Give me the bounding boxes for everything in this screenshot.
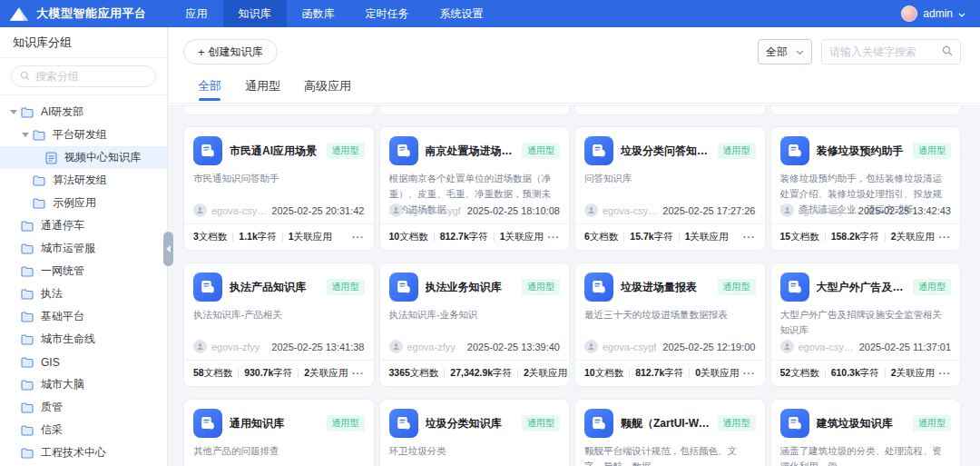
create-knowledge-base-button[interactable]: + 创建知识库 [183, 39, 278, 64]
card-title: 市民通AI应用场景 [230, 144, 323, 159]
owner-avatar-icon [389, 203, 403, 217]
folder-icon [20, 289, 34, 300]
card-title: 垃圾分类知识库 [426, 416, 519, 431]
knowledge-card[interactable]: 通用知识库 通用型 其他产品的问题排查 ··· [183, 399, 375, 466]
card-owner-row: egova-zfyy 2025-02-25 13:39:40 [389, 340, 561, 353]
card-date: 2025-02-25 12:19:00 [662, 342, 755, 352]
tree-item[interactable]: 质管 [0, 396, 167, 419]
card-type-badge: 通用型 [522, 415, 560, 431]
tree-item[interactable]: 一网统管 [0, 260, 167, 283]
stat-divider [629, 369, 630, 378]
tree-item[interactable]: 工程技术中心 [0, 441, 167, 464]
nav-item[interactable]: 应用 [171, 0, 223, 27]
nav-item-label: 定时任务 [366, 6, 409, 22]
group-search-input[interactable] [35, 70, 135, 83]
knowledge-card[interactable]: 垃圾分类知识库 通用型 环卫垃圾分类 ··· [379, 399, 571, 466]
card-stats-bar: 3文档数1.1k字符1关联应用 ··· [184, 223, 374, 250]
more-actions-button[interactable]: ··· [936, 368, 952, 379]
more-actions-button[interactable]: ··· [567, 368, 570, 379]
app-logo-icon [9, 6, 29, 22]
knowledge-card[interactable]: 市民通AI应用场景 通用型 市民通知识问答助手 egova-csygf-hw 2… [183, 126, 375, 251]
scrolled-card-row [183, 106, 961, 115]
more-actions-button[interactable]: ··· [740, 368, 756, 379]
owner-avatar-icon [780, 340, 794, 353]
knowledge-card[interactable]: 垃圾分类问答知识库 通用型 问答知识库 egova-csygf-hw 2025-… [574, 126, 766, 251]
knowledge-card[interactable]: 装修垃圾预约助手 通用型 装修垃圾预约助手，包括装修垃圾清运处置介绍、装修垃圾处… [770, 126, 962, 251]
stat-number: 930.7k [244, 367, 273, 378]
more-actions-button[interactable]: ··· [740, 232, 756, 243]
caret-down-icon[interactable] [19, 133, 32, 137]
tree-item-label: GIS [41, 356, 60, 369]
search-icon[interactable] [942, 44, 953, 60]
nav-item[interactable]: 系统设置 [425, 0, 499, 27]
stat-label: 文档数 [790, 367, 819, 378]
knowledge-card[interactable]: 执法产品知识库 通用型 执法知识库-产品相关 egova-zfyy 2025-0… [183, 263, 375, 387]
folder-icon [20, 107, 34, 118]
folder-icon [20, 243, 34, 254]
knowledge-base-icon [389, 409, 418, 438]
caret-down-icon[interactable] [7, 110, 20, 114]
knowledge-card[interactable]: 执法业务知识库 通用型 执法知识库-业务知识 egova-zfyy 2025-0… [379, 263, 571, 387]
knowledge-base-icon [193, 136, 222, 165]
stat-label: 关联应用 [690, 231, 728, 242]
nav-item[interactable]: 定时任务 [350, 0, 425, 27]
more-actions-button[interactable]: ··· [936, 232, 952, 243]
knowledge-card[interactable]: 南京处置场进场数据报表 通用型 根据南京各个处置单位的进场数据（净重）、皮重、毛… [379, 126, 571, 251]
user-chevron-down-icon[interactable] [958, 7, 965, 20]
nav-item[interactable]: 知识库 [223, 0, 287, 27]
user-avatar[interactable] [901, 5, 917, 22]
knowledge-card[interactable]: 大型户外广告及招牌设... 通用型 大型户外广告及招牌设施安全监管相关知识库 e… [770, 263, 962, 387]
card-stat: 1.1k字符 [239, 231, 276, 243]
tree-item[interactable]: AI研发部 [0, 101, 167, 124]
tree-item-label: 工程技术中心 [41, 445, 106, 461]
stat-number: 52 [780, 367, 791, 378]
tree-item[interactable]: 信采 [0, 419, 167, 441]
tree-item-label: 视频中心知识库 [64, 150, 141, 165]
tree-item-label: 城市生命线 [41, 332, 95, 347]
stat-divider [679, 233, 680, 242]
knowledge-card[interactable]: 建筑垃圾知识库 通用型 涵盖了建筑垃圾的分类、处理流程、资源化利用、管 ··· [770, 399, 962, 466]
tree-item[interactable]: GIS [0, 351, 167, 373]
tree-item-label: 基础平台 [41, 309, 84, 324]
card-date: 2025-02-25 20:31:42 [271, 205, 364, 216]
tree-item[interactable]: 城市生命线 [0, 328, 167, 351]
tree-item[interactable]: 平台研发组 [0, 124, 167, 146]
tree-item-label: 执法 [41, 286, 63, 302]
nav-item[interactable]: 函数库 [287, 0, 350, 27]
knowledge-base-icon [584, 136, 613, 165]
tab[interactable]: 全部 [198, 76, 221, 103]
more-actions-button[interactable]: ··· [544, 232, 561, 243]
tree-item[interactable]: 视频中心知识库 [0, 146, 167, 169]
card-stats: 52文档数610.3k字符2关联应用 [780, 367, 935, 380]
tree-item[interactable]: 通通停车 [0, 214, 167, 237]
partial-card [574, 106, 766, 115]
card-stat: 10文档数 [389, 231, 428, 243]
owner-avatar-icon [193, 203, 207, 217]
keyword-search-box [821, 39, 961, 64]
tree-item[interactable]: 执法 [0, 283, 167, 305]
stat-divider [282, 233, 283, 242]
stat-label: 关联应用 [701, 367, 739, 378]
owner-avatar-icon [780, 203, 794, 217]
tree-item[interactable]: 基础平台 [0, 305, 167, 328]
tab[interactable]: 高级应用 [304, 76, 351, 103]
knowledge-base-icon [193, 409, 222, 438]
more-actions-button[interactable]: ··· [348, 232, 365, 243]
knowledge-card[interactable]: 颗舰（ZartUI-Web）... 通用型 颗舰平台端设计规范，包括颜色、文字、… [574, 399, 766, 466]
card-stats-bar: 6文档数15.7k字符1关联应用 ··· [575, 223, 765, 250]
card-stats: 15文档数158.2k字符2关联应用 [780, 231, 935, 243]
sidebar-collapse-handle[interactable] [163, 232, 173, 266]
keyword-search-input[interactable] [829, 45, 942, 58]
card-type-badge: 通用型 [327, 143, 365, 159]
owner-avatar-icon [389, 340, 403, 353]
knowledge-card[interactable]: 垃圾进场量报表 通用型 最近三十天的垃圾进场量数据报表 egova-csygf … [574, 263, 766, 387]
tab[interactable]: 通用型 [245, 76, 280, 103]
tree-item[interactable]: 城市大脑 [0, 373, 167, 396]
stat-number: 27,342.9k [450, 367, 493, 378]
type-filter-select[interactable]: 全部 [758, 39, 812, 64]
tree-item[interactable]: 算法研发组 [0, 169, 167, 192]
more-actions-button[interactable]: ··· [348, 368, 365, 379]
tree-item[interactable]: 示例应用 [0, 192, 167, 214]
tree-item[interactable]: 城市运管服 [0, 237, 167, 260]
username[interactable]: admin [923, 7, 953, 20]
